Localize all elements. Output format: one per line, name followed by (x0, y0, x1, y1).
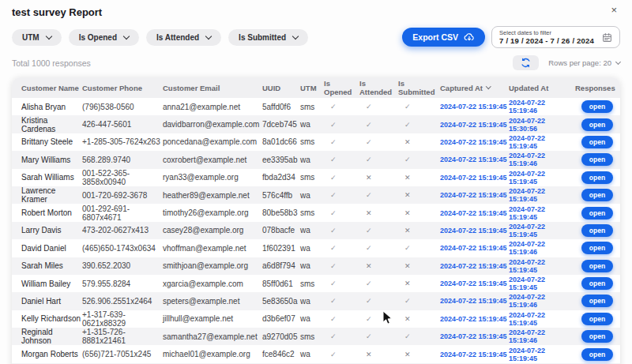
open-response-button[interactable]: open (581, 242, 613, 254)
captured-at-cell: 2024-07-22 15:19:45 (440, 280, 509, 287)
customer-phone-cell: 001-720-692-3678 (82, 191, 163, 200)
is-opened-mark: ✓ (324, 262, 359, 270)
utm-cell: wa (300, 350, 324, 358)
is-opened-mark: ✓ (324, 351, 359, 358)
open-response-button[interactable]: open (581, 207, 613, 220)
is-submitted-mark: ✕ (398, 351, 440, 358)
is-submitted-mark: ✕ (398, 138, 440, 146)
is-attended-mark: ✓ (359, 315, 398, 323)
is-opened-mark: ✓ (324, 280, 359, 287)
responses-cell: open (575, 118, 620, 131)
responses-cell: open (575, 207, 620, 220)
chevron-down-icon (292, 32, 299, 39)
utm-cell: wa (300, 120, 324, 129)
export-csv-label: Export CSV (412, 32, 458, 42)
open-response-button[interactable]: open (581, 118, 613, 131)
filter-chip-is-attended[interactable]: Is Attended (146, 29, 221, 46)
open-response-button[interactable]: open (581, 277, 613, 290)
close-icon[interactable]: × (608, 5, 620, 15)
column-header-is-opened: Is Opened (324, 79, 359, 96)
utm-cell: sms (300, 332, 324, 341)
open-response-button[interactable]: open (581, 100, 613, 113)
is-opened-mark: ✓ (324, 209, 359, 217)
responses-cell: open (575, 100, 620, 113)
responses-cell: open (575, 348, 620, 361)
column-header-uuid: UUID (262, 84, 300, 92)
is-submitted-mark: ✓ (398, 244, 440, 252)
captured-at-cell: 2024-07-22 15:19:45 (440, 297, 509, 305)
customer-phone-cell: 579.955.8284 (82, 280, 163, 288)
customer-name-cell: Kelly Richardson (21, 314, 82, 323)
table-row: Kelly Richardson +1-317-639-0621x88329 j… (12, 310, 620, 328)
open-response-button[interactable]: open (581, 295, 613, 307)
captured-at-cell: 2024-07-22 15:19:45 (440, 351, 509, 358)
filter-chip-label: Is Opened (79, 33, 117, 42)
table-row: David Daniel (465)650-1743x0634 vhoffman… (12, 239, 620, 257)
updated-at-cell: 2024-07-22 15:19:45 (509, 187, 575, 203)
is-attended-mark: ✓ (359, 191, 398, 199)
customer-name-cell: Reginald Johnson (21, 328, 82, 345)
updated-at-cell: 2024-07-22 15:19:46 (509, 293, 575, 309)
open-response-button[interactable]: open (581, 224, 613, 237)
customer-phone-cell: 526.906.2551x2464 (82, 297, 163, 306)
calendar-icon (602, 32, 612, 43)
updated-at-cell: 2024-07-22 15:19:46 (509, 240, 575, 256)
export-csv-button[interactable]: Export CSV (402, 28, 485, 47)
customer-email-cell: poncedana@example.com (163, 137, 262, 146)
utm-cell: wa (300, 297, 324, 306)
filter-chip-is-submitted[interactable]: Is Submitted (228, 29, 308, 46)
table-row: William Bailey 579.955.8284 xgarcia@exam… (12, 275, 620, 292)
rows-per-page-label: Rows per page: 20 (548, 58, 611, 67)
open-response-button[interactable]: open (581, 153, 613, 166)
customer-name-cell: Robert Morton (21, 208, 82, 217)
open-response-button[interactable]: open (581, 260, 613, 272)
captured-at-cell: 2024-07-22 15:19:45 (440, 191, 509, 199)
column-header-updated-at: Updated At (509, 84, 575, 92)
customer-name-cell: Lawrence Kramer (21, 186, 82, 204)
is-opened-mark: ✓ (324, 103, 359, 111)
total-responses-label: Total 1000 responses (12, 58, 91, 68)
filter-chip-label: Is Submitted (239, 33, 286, 42)
updated-at-cell: 2024-07-22 15:19:45 (509, 223, 575, 238)
open-response-button[interactable]: open (581, 330, 613, 343)
customer-email-cell: davidbarron@example.com (163, 120, 262, 129)
filter-toolbar: UTM Is Opened Is Attended Is Submitted E… (12, 26, 620, 48)
filter-chip-label: Is Attended (156, 33, 199, 42)
date-range-picker[interactable]: Select dates to filter 7 / 19 / 2024 - 7… (491, 26, 620, 48)
open-response-button[interactable]: open (581, 136, 613, 148)
utm-cell: sms (300, 208, 324, 217)
open-response-button[interactable]: open (581, 171, 613, 184)
chevron-down-icon (45, 32, 51, 39)
open-response-button[interactable]: open (581, 189, 613, 201)
date-range-label: Select dates to filter (499, 29, 594, 36)
customer-phone-cell: 568.289.9740 (82, 156, 163, 164)
responses-cell: open (575, 295, 620, 307)
uuid-cell: 85ff0d61 (262, 280, 300, 288)
utm-cell: wa (300, 244, 324, 253)
utm-cell: wa (300, 261, 324, 270)
responses-cell: open (575, 242, 620, 254)
captured-at-cell: 2024-07-22 15:19:45 (440, 138, 509, 146)
uuid-cell: a6d8f794 (262, 261, 300, 270)
updated-at-cell: 2024-07-22 15:30:56 (509, 117, 575, 133)
filter-chip-utm[interactable]: UTM (12, 29, 62, 46)
captured-at-cell: 2024-07-22 15:19:45 (440, 262, 509, 270)
responses-cell: open (575, 136, 620, 148)
customer-phone-cell: 390.652.2030 (82, 261, 163, 270)
sub-bar: Total 1000 responses Rows per page: 20 (12, 55, 620, 70)
open-response-button[interactable]: open (581, 313, 613, 325)
is-attended-mark: ✕ (359, 174, 398, 182)
filter-chip-is-opened[interactable]: Is Opened (69, 29, 139, 46)
rows-per-page-select[interactable]: Rows per page: 20 (548, 58, 620, 67)
customer-phone-cell: (796)538-0560 (82, 103, 163, 111)
column-header-captured-at[interactable]: Captured At (440, 84, 509, 92)
customer-phone-cell: 473-202-0627x413 (82, 226, 163, 235)
responses-cell: open (575, 330, 620, 343)
is-attended-mark: ✓ (359, 138, 398, 146)
open-response-button[interactable]: open (581, 348, 613, 361)
column-header-is-attended: Is Attended (359, 79, 398, 96)
customer-phone-cell: 426-447-5601 (82, 120, 163, 129)
refresh-button[interactable] (513, 55, 539, 70)
is-submitted-mark: ✕ (398, 315, 440, 323)
uuid-cell: fce846c2 (262, 350, 300, 358)
